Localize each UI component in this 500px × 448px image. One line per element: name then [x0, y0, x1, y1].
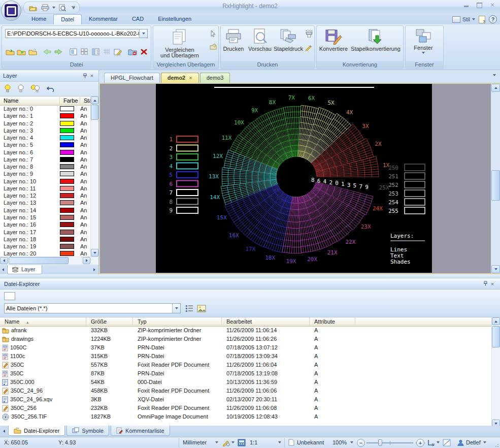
doc-tab-hpgl-flowchart[interactable]: HPGL_Flowchart	[104, 73, 160, 83]
layer-color-swatch[interactable]	[60, 186, 74, 191]
cad-viewer[interactable]: 1X2X3X4X5X6X7X8X9X10X11X12X13X14X15X16X1…	[99, 83, 500, 274]
viewer-vertical-scrollbar[interactable]	[491, 84, 500, 273]
layer-row[interactable]: Layer no.: 16An	[0, 221, 91, 228]
layer-status[interactable]: An	[80, 199, 87, 206]
file-row[interactable]: 350C.00054KB000-Datei10/13/2005 11:36:59…	[0, 378, 492, 387]
layer-row[interactable]: Layer no.: 15An	[0, 214, 91, 221]
tab-einstellungen[interactable]: Einstellungen	[151, 14, 198, 24]
print-icon[interactable]	[40, 3, 50, 12]
diagonal-measure-icon[interactable]	[443, 439, 451, 447]
zoom-value[interactable]: 100%	[332, 439, 347, 445]
scroll-left-icon[interactable]	[0, 257, 8, 264]
layer-color-swatch[interactable]	[60, 128, 74, 133]
panel-splitter[interactable]	[0, 274, 500, 278]
file-row[interactable]: 1100c315KBPRN-Datei07/18/2005 13:09:34A	[0, 352, 492, 361]
pen-dropdown-icon[interactable]	[231, 441, 235, 443]
layer-row[interactable]: Layer no.: 14An	[0, 207, 91, 214]
layer-status[interactable]: An	[80, 141, 87, 148]
layer-status[interactable]: An	[80, 243, 87, 250]
file-filter-combo[interactable]: Alle Dateien (*.*)	[4, 303, 181, 313]
file-row[interactable]: 350C557KBFoxit Reader PDF Document11/26/…	[0, 361, 492, 369]
layer-color-swatch[interactable]	[60, 200, 74, 205]
layer-column-name[interactable]: Name	[0, 97, 60, 105]
column-attributes[interactable]: Attribute	[310, 317, 355, 326]
customize-quick-access-icon[interactable]	[72, 6, 75, 9]
scroll-up-icon[interactable]	[91, 97, 98, 104]
scroll-down-icon[interactable]	[491, 265, 500, 273]
layer-status[interactable]: An	[80, 221, 87, 228]
help-document-icon[interactable]	[479, 16, 485, 23]
scroll-up-icon[interactable]	[491, 84, 500, 92]
doc-tab-demo3[interactable]: demo3	[200, 73, 230, 83]
zoom-dropdown-icon[interactable]	[350, 441, 353, 443]
zoom-in-icon[interactable]: +	[416, 439, 424, 447]
layer-row[interactable]: Layer no.: 6An	[0, 149, 91, 156]
layer-color-swatch[interactable]	[60, 222, 74, 227]
pin-icon[interactable]	[81, 72, 88, 79]
file-row[interactable]: 350C_24_96.xqv3KBXQV-Datei02/13/2007 20:…	[0, 395, 492, 404]
fenster-button[interactable]: Fenster	[406, 26, 441, 61]
application-menu-button[interactable]	[1, 1, 21, 21]
tab-kommentar[interactable]: Kommentar	[82, 14, 125, 24]
pen-settings-icon[interactable]	[222, 439, 230, 447]
column-name[interactable]: Name▴	[0, 317, 86, 326]
user-dropdown-icon[interactable]	[483, 441, 486, 443]
preview-image-icon[interactable]	[196, 303, 207, 314]
zoom-slider-thumb[interactable]	[378, 439, 382, 446]
back-icon[interactable]	[42, 46, 53, 57]
file-path-combo[interactable]: E:\PDF\DORSCH-5-ECBCS-U10-oooooo-L-BKo20…	[5, 29, 148, 38]
explorer-mini-tab[interactable]	[4, 292, 15, 300]
drucken-button[interactable]: Drucken	[221, 26, 246, 61]
scroll-down-icon[interactable]	[91, 249, 98, 257]
measure-settings-icon[interactable]	[238, 439, 246, 447]
layer-status[interactable]: An	[80, 127, 87, 134]
layer-status[interactable]: An	[80, 250, 87, 257]
file-row[interactable]: 350C_256.TIF1827KBOmniPage Image Documen…	[0, 412, 492, 421]
tab-list-dropdown-icon[interactable]	[493, 74, 496, 76]
zoom-out-icon[interactable]: −	[357, 439, 365, 447]
layer-row[interactable]: Layer no.: 0An	[0, 105, 91, 112]
bottom-tab-symbole[interactable]: Symbole	[66, 426, 109, 436]
layer-row[interactable]: Layer no.: 10An	[0, 178, 91, 185]
user-name[interactable]: Detlef	[466, 439, 481, 445]
tabstrip-left-arrow[interactable]	[3, 430, 5, 433]
layer-row[interactable]: Layer no.: 17An	[0, 229, 91, 236]
layer-row[interactable]: Layer no.: 4An	[0, 134, 91, 141]
layer-status[interactable]: An	[80, 207, 87, 214]
layer-row[interactable]: Layer no.: 7An	[0, 156, 91, 163]
file-row[interactable]: 1050C37KBPRN-Datei07/18/2005 13:07:12A	[0, 343, 492, 352]
layer-color-swatch[interactable]	[60, 237, 74, 242]
column-modified[interactable]: Bearbeitet	[222, 317, 310, 326]
layer-status[interactable]: An	[80, 105, 87, 112]
close-all-icon[interactable]	[138, 46, 149, 57]
doc-tab-demo2[interactable]: demo2×	[161, 73, 199, 83]
pen-settings-icon[interactable]	[305, 44, 313, 52]
layer-color-swatch[interactable]	[60, 171, 74, 176]
minimize-button[interactable]	[462, 2, 470, 8]
split-view-icon[interactable]	[90, 46, 101, 57]
grid-icon[interactable]	[101, 46, 112, 57]
layer-panel-tab[interactable]: Layer	[7, 265, 42, 274]
layer-status[interactable]: An	[80, 134, 87, 141]
layer-color-swatch[interactable]	[60, 142, 74, 147]
help-icon[interactable]: ?	[489, 15, 497, 23]
tab-datei[interactable]: Datei	[53, 14, 82, 24]
scroll-up-icon[interactable]	[492, 317, 500, 325]
marked-print-icon[interactable]	[305, 30, 313, 39]
layer-color-swatch[interactable]	[60, 121, 74, 126]
single-view-icon[interactable]	[68, 46, 79, 57]
undo-icon[interactable]	[47, 85, 55, 93]
details-view-icon[interactable]	[184, 303, 195, 314]
layer-status[interactable]: An	[80, 178, 87, 185]
layer-column-color[interactable]: Farbe	[60, 97, 80, 105]
thumbnail-grid-icon[interactable]	[79, 46, 90, 57]
layer-status[interactable]: An	[80, 192, 87, 199]
konvertiere-button[interactable]: Konvertiere	[317, 26, 350, 61]
layer-status[interactable]: An	[80, 170, 87, 177]
layer-color-swatch[interactable]	[60, 135, 74, 140]
style-selector[interactable]: Stil	[452, 16, 475, 23]
tabstrip-right-arrow[interactable]	[93, 268, 95, 271]
column-size[interactable]: Größe	[86, 317, 133, 326]
tabstrip-left-arrow[interactable]	[2, 268, 4, 271]
layer-color-swatch[interactable]	[60, 164, 74, 169]
